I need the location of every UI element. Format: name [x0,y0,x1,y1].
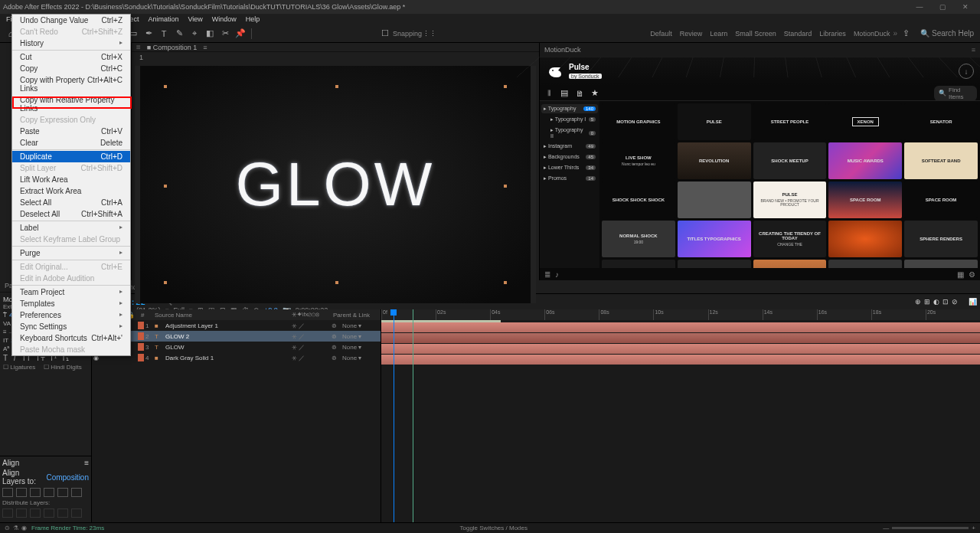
template-thumb[interactable]: SHOCK SHOCK SHOCK [602,181,675,218]
maximize-button[interactable]: ▢ [931,3,954,11]
eraser-tool[interactable]: ◧ [203,27,217,41]
template-thumb[interactable]: PULSE [678,103,751,140]
workspace-learn[interactable]: Learn [710,30,727,38]
menuitem-copy-with-relative-property-links[interactable]: Copy with Relative Property Links [12,94,130,114]
share-icon[interactable]: ⇪ [901,27,912,41]
template-thumb[interactable]: STREET PEOPLE [753,103,827,140]
search-help-input[interactable]: Search Help [932,29,974,38]
switch-icon[interactable]: ⊕ [915,298,921,306]
text-tool[interactable]: T [157,27,171,41]
workspace-libraries[interactable]: Libraries [819,30,846,38]
align-vcenter-icon[interactable] [57,488,68,497]
layer-row[interactable]: ◉3TGLOW⚹ ／⊚None ▾ [92,342,381,352]
effects-icon[interactable]: ⚗ [13,525,18,531]
menuitem-select-all[interactable]: Select AllCtrl+A [12,197,130,208]
align-bottom-icon[interactable] [71,488,82,497]
zoom-out-icon[interactable]: — [883,525,889,531]
menuitem-keyboard-shortcuts[interactable]: Keyboard ShortcutsCtrl+Alt+' [12,332,130,344]
grid-view-icon[interactable]: ▦ [957,270,964,279]
motionduck-tab[interactable]: MotionDuck [544,46,581,54]
workspace-motionduck[interactable]: MotionDuck [854,30,890,38]
dist-right-icon[interactable] [30,508,41,518]
template-thumb[interactable]: XENON [828,103,902,140]
panel-options-icon[interactable]: ≡ [972,46,975,54]
menu-help[interactable]: Help [241,15,265,23]
menuitem-history[interactable]: History▸ [12,38,130,49]
panel-menu-icon[interactable]: ≡ [136,43,141,51]
dist-vcenter-icon[interactable] [57,508,68,518]
template-thumb[interactable]: SOFTBEAT BAND [904,142,978,179]
menuitem-deselect-all[interactable]: Deselect AllCtrl+Shift+A [12,208,130,220]
layer-row[interactable]: ◉4■Dark Gray Solid 1⚹ ／⊚None ▾ [92,352,381,363]
dist-bottom-icon[interactable] [71,508,82,518]
menuitem-extract-work-area[interactable]: Extract Work Area [12,185,130,197]
template-thumb[interactable]: MOTION GRAPHICS [602,103,675,140]
sidebar-item-backgrounds[interactable]: ▸ Backgrounds45 [541,152,598,162]
template-thumb[interactable]: Concert place resort [602,260,675,268]
menu-window[interactable]: Window [207,15,241,23]
timeline-tracks[interactable]: 0f02s04s06s08s10s12s14s16s18s20s [381,309,980,522]
dist-left-icon[interactable] [2,508,13,518]
menu-animation[interactable]: Animation [143,15,183,23]
sidebar-item-instagram[interactable]: ▸ Instagram49 [541,142,598,151]
template-thumb[interactable]: SPACE ROOM [904,181,978,218]
align-hcenter-icon[interactable] [16,488,27,497]
composition-tab[interactable]: ■ Composition 1 [147,44,197,51]
settings-icon[interactable]: ⚙ [969,270,975,279]
snapping-options-icon[interactable]: ⋮⋮ [423,27,436,41]
menuitem-preferences[interactable]: Preferences▸ [12,309,130,321]
switch-icon[interactable]: ⊘ [952,298,958,306]
comp-breadcrumb[interactable]: 1 [139,54,143,61]
template-thumb[interactable]: TITLES TYPOGRAPHICS [678,221,751,257]
sidebar-item-lower-thirds[interactable]: ▸ Lower Thirds34 [541,163,598,172]
sidebar-item-typography-ii[interactable]: ▸ Typography II0 [541,126,598,140]
menuitem-sync-settings[interactable]: Sync Settings▸ [12,321,130,332]
dist-top-icon[interactable] [44,508,54,518]
zoom-slider[interactable] [892,527,969,529]
menuitem-duplicate[interactable]: DuplicateCtrl+D [12,151,130,162]
sidebar-item-promos[interactable]: ▸ Promos14 [541,174,598,183]
puppet-tool[interactable]: 📌 [234,27,247,41]
template-thumb[interactable]: SHOCK MEETUP [753,142,827,179]
roto-tool[interactable]: ✂ [218,27,232,41]
template-thumb[interactable]: PULSEBRAND NEW • PROMOTE YOUR PRODUCT [753,181,827,218]
audio-icon[interactable]: ♪ [555,270,559,279]
menuitem-copy-with-property-links[interactable]: Copy with Property LinksCtrl+Alt+C [12,74,130,94]
align-top-icon[interactable] [44,488,54,497]
menuitem-cut[interactable]: CutCtrl+X [12,51,130,63]
panel-menu-icon[interactable]: ≡ [84,459,89,467]
layers-icon[interactable]: ▤ [558,87,570,100]
render-icon[interactable]: ⊙ [5,525,10,531]
list-view-icon[interactable]: ≣ [544,270,550,279]
template-thumb[interactable]: MUSIC AWARDS [828,142,902,179]
menu-view[interactable]: View [183,15,207,23]
template-thumb[interactable]: SPACE ROOM [828,181,902,218]
layer-row[interactable]: ◉2TGLOW 2⚹ ／⊚None ▾ [92,331,381,342]
layer-row[interactable]: ◉1■Adjustment Layer 1⚹ ／⊚None ▾ [92,320,381,331]
menuitem-undo-change-value[interactable]: Undo Change ValueCtrl+Z [12,15,130,26]
graph-editor-icon[interactable]: 📊 [969,298,977,306]
composition-canvas[interactable]: GLOW [135,66,536,303]
menuitem-paste[interactable]: PasteCtrl+V [12,126,130,137]
filter-icon[interactable]: ⫴ [543,87,555,100]
clone-tool[interactable]: ⌖ [188,27,201,41]
template-grid[interactable]: MOTION GRAPHICSPULSESTREET PEOPLEXENONSE… [599,101,980,268]
template-thumb[interactable] [678,181,751,218]
star-icon[interactable]: ★ [589,87,601,100]
bold-button[interactable]: T [3,354,8,362]
template-thumb[interactable]: NORMAL SHOCK19:00 [602,221,675,257]
download-icon[interactable]: ↓ [959,64,974,79]
pen-tool[interactable]: ✒ [142,27,155,41]
brush-tool[interactable]: ✎ [172,27,186,41]
close-tab-icon[interactable]: ≡ [203,44,207,51]
align-left-icon[interactable] [2,488,13,497]
template-thumb[interactable] [753,260,827,268]
workspace-standard[interactable]: Standard [784,30,812,38]
menuitem-templates[interactable]: Templates▸ [12,298,130,309]
dist-hcenter-icon[interactable] [16,508,27,518]
workspace-small-screen[interactable]: Small Screen [735,30,776,38]
switch-icon[interactable]: ◐ [933,298,939,306]
template-thumb[interactable]: REVOLUTION [678,142,751,179]
switch-icon[interactable]: ⊞ [924,298,930,306]
template-thumb[interactable] [828,260,902,268]
